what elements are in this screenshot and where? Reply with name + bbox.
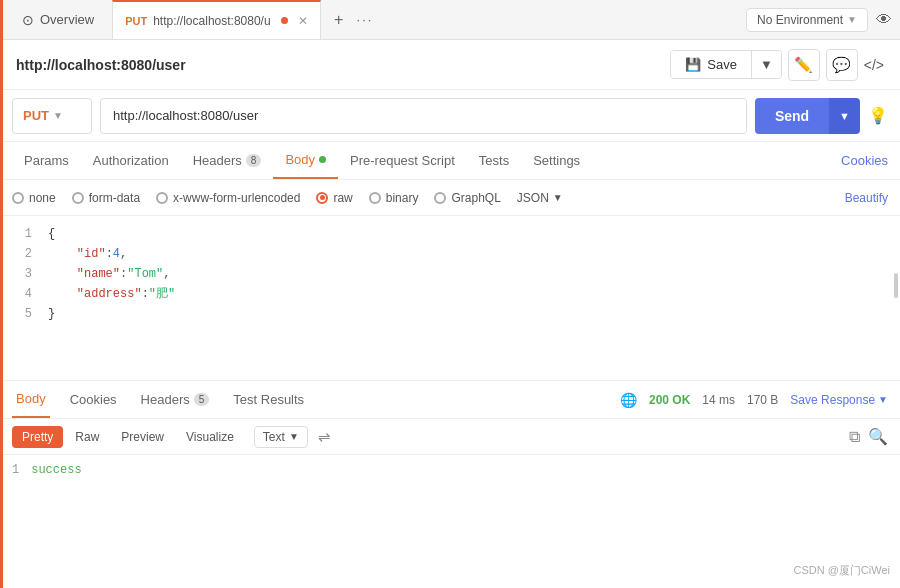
tab-overview-label: Overview [40,12,94,27]
tab-overview[interactable]: ⊙ Overview [8,0,108,39]
edit-icon-button[interactable]: ✏️ [788,49,820,81]
hint-icon[interactable]: 💡 [868,106,888,125]
body-type-urlencoded[interactable]: x-www-form-urlencoded [156,191,300,205]
send-button-group: Send ▼ [755,98,860,134]
address-title: http://localhost:8080/user [16,57,186,73]
copy-icon[interactable]: ⧉ [849,428,860,446]
json-format-selector[interactable]: JSON ▼ [517,191,563,205]
save-button[interactable]: 💾 Save [671,51,752,78]
send-label: Send [775,108,809,124]
response-tab-body[interactable]: Body [12,381,50,418]
left-accent [0,0,3,588]
body-type-form-data[interactable]: form-data [72,191,140,205]
tab-body[interactable]: Body [273,142,338,179]
save-response-button[interactable]: Save Response ▼ [790,393,888,407]
response-section: Body Cookies Headers 5 Test Results 🌐 20… [0,381,900,485]
env-chevron-icon: ▼ [847,14,857,25]
globe-icon: 🌐 [620,392,637,408]
request-method-badge: PUT [125,15,147,27]
code-icon-button[interactable]: </> [864,57,884,73]
body-type-graphql[interactable]: GraphQL [434,191,500,205]
radio-raw-icon [316,192,328,204]
tab-close-icon[interactable]: ✕ [298,14,308,28]
response-line-number: 1 [12,463,19,477]
response-tab-test-results[interactable]: Test Results [229,381,308,418]
comment-icon-button[interactable]: 💬 [826,49,858,81]
tab-tests[interactable]: Tests [467,142,521,179]
body-type-binary[interactable]: binary [369,191,419,205]
env-label: No Environment [757,13,843,27]
wrap-icon[interactable]: ⇌ [318,428,331,446]
watermark: CSDN @厦门CiWei [793,563,890,578]
fmt-tab-raw[interactable]: Raw [65,426,109,448]
fmt-tab-pretty[interactable]: Pretty [12,426,63,448]
editor-scrollbar [892,216,898,380]
comment-icon: 💬 [832,56,851,74]
code-content[interactable]: { "id":4, "name":"Tom", "address":"肥" } [40,216,900,380]
fmt-tab-preview[interactable]: Preview [111,426,174,448]
radio-formdata-icon [72,192,84,204]
overview-icon: ⊙ [22,12,34,28]
response-tab-cookies[interactable]: Cookies [66,381,121,418]
cookies-link[interactable]: Cookies [841,153,888,168]
body-active-dot [319,156,326,163]
response-tab-headers[interactable]: Headers 5 [137,381,214,418]
send-button[interactable]: Send [755,98,829,134]
address-bar-actions: 💾 Save ▼ ✏️ 💬 </> [670,49,884,81]
eye-icon[interactable]: 👁 [876,11,892,29]
body-type-raw[interactable]: raw [316,191,352,205]
tab-authorization[interactable]: Authorization [81,142,181,179]
send-chevron-icon: ▼ [839,110,850,122]
save-label: Save [707,57,737,72]
send-dropdown-button[interactable]: ▼ [829,98,860,134]
line-numbers: 1 2 3 4 5 [0,216,40,380]
save-response-chevron-icon: ▼ [878,394,888,405]
radio-graphql-icon [434,192,446,204]
request-modified-dot [281,17,288,24]
search-response-icon[interactable]: 🔍 [868,427,888,446]
request-url-short: http://localhost:8080/u [153,14,270,28]
body-type-none[interactable]: none [12,191,56,205]
tab-bar: ⊙ Overview PUT http://localhost:8080/u ✕… [0,0,900,40]
save-icon: 💾 [685,57,701,72]
json-chevron-icon: ▼ [553,192,563,203]
response-nav: Body Cookies Headers 5 Test Results 🌐 20… [0,381,900,419]
beautify-button[interactable]: Beautify [845,191,888,205]
request-row: PUT ▼ Send ▼ 💡 [0,90,900,142]
radio-urlencoded-icon [156,192,168,204]
radio-binary-icon [369,192,381,204]
edit-icon: ✏️ [794,56,813,74]
fmt-tab-visualize[interactable]: Visualize [176,426,244,448]
address-bar-row: http://localhost:8080/user 💾 Save ▼ ✏️ 💬… [0,40,900,90]
radio-none-icon [12,192,24,204]
status-ok-label: 200 OK [649,393,690,407]
response-time: 14 ms [702,393,735,407]
tab-params[interactable]: Params [12,142,81,179]
headers-badge: 8 [246,154,262,167]
editor-scrollbar-thumb [894,273,898,298]
tab-more-button[interactable]: ··· [357,12,374,27]
save-button-group: 💾 Save ▼ [670,50,782,79]
method-chevron-icon: ▼ [53,110,63,121]
tab-add-button[interactable]: + [325,6,353,34]
response-status-area: 🌐 200 OK 14 ms 170 B Save Response ▼ [620,392,888,408]
tab-pre-request[interactable]: Pre-request Script [338,142,467,179]
environment-selector[interactable]: No Environment ▼ [746,8,868,32]
tab-headers[interactable]: Headers 8 [181,142,274,179]
response-format-row: Pretty Raw Preview Visualize Text ▼ ⇌ ⧉ … [0,419,900,455]
save-chevron-icon: ▼ [760,57,773,72]
body-type-row: none form-data x-www-form-urlencoded raw… [0,180,900,216]
tab-settings[interactable]: Settings [521,142,592,179]
code-editor[interactable]: 1 2 3 4 5 { "id":4, "name":"Tom", "addre… [0,216,900,381]
tab-request[interactable]: PUT http://localhost:8080/u ✕ [112,0,320,39]
response-text: success [31,463,81,477]
url-input[interactable] [100,98,747,134]
method-selector[interactable]: PUT ▼ [12,98,92,134]
response-size: 170 B [747,393,778,407]
save-dropdown-button[interactable]: ▼ [752,51,781,78]
method-label: PUT [23,108,49,123]
response-headers-badge: 5 [194,393,210,406]
text-format-selector[interactable]: Text ▼ [254,426,308,448]
text-chevron-icon: ▼ [289,431,299,442]
response-content: 1 success [0,455,900,485]
